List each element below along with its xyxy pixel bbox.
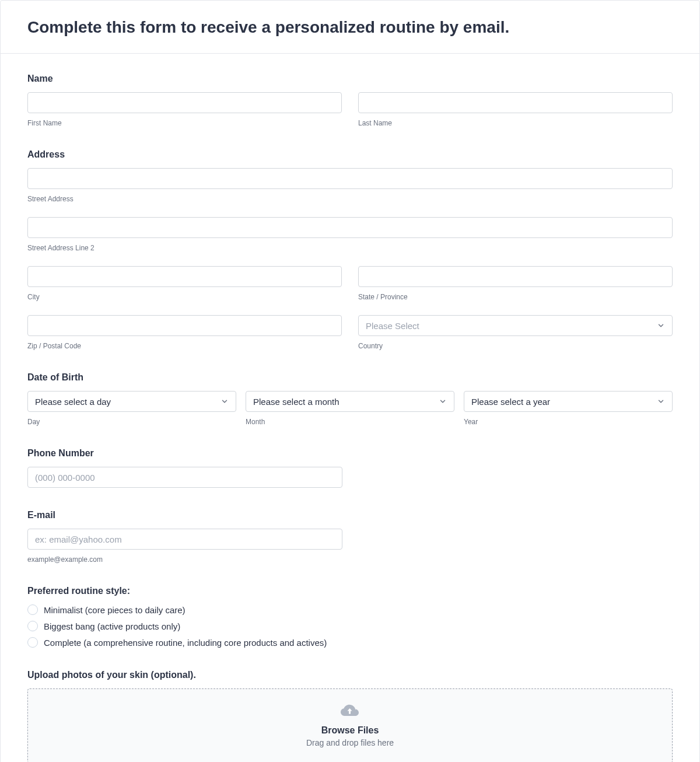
- street-address-sublabel: Street Address: [27, 195, 673, 203]
- dob-month-select[interactable]: Please select a month: [246, 391, 454, 412]
- chevron-down-icon: [657, 321, 665, 330]
- street-address-2-input[interactable]: [27, 217, 673, 238]
- zip-input[interactable]: [27, 315, 342, 336]
- routine-label: Preferred routine style:: [27, 586, 673, 596]
- upload-dragdrop-text: Drag and drop files here: [306, 738, 394, 747]
- radio-icon: [27, 621, 38, 631]
- chevron-down-icon: [220, 397, 229, 406]
- phone-label: Phone Number: [27, 448, 673, 459]
- street-address-input[interactable]: [27, 168, 673, 189]
- first-name-input[interactable]: [27, 92, 342, 113]
- country-select[interactable]: Please Select: [358, 315, 673, 336]
- zip-sublabel: Zip / Postal Code: [27, 342, 342, 350]
- chevron-down-icon: [657, 397, 665, 406]
- dob-label: Date of Birth: [27, 372, 673, 383]
- routine-option-biggest-bang[interactable]: Biggest bang (active products only): [27, 621, 673, 631]
- dob-year-sublabel: Year: [464, 418, 673, 426]
- phone-input[interactable]: [27, 467, 342, 488]
- email-sublabel: example@example.com: [27, 555, 342, 564]
- dob-month-sublabel: Month: [246, 418, 454, 426]
- first-name-sublabel: First Name: [27, 119, 342, 127]
- state-input[interactable]: [358, 266, 673, 287]
- email-label: E-mail: [27, 510, 673, 520]
- state-sublabel: State / Province: [358, 293, 673, 301]
- address-label: Address: [27, 149, 673, 160]
- dob-day-select[interactable]: Please select a day: [27, 391, 236, 412]
- name-label: Name: [27, 74, 673, 84]
- dob-day-placeholder: Please select a day: [35, 397, 111, 407]
- dob-year-placeholder: Please select a year: [471, 397, 550, 407]
- dob-month-placeholder: Please select a month: [253, 397, 340, 407]
- cloud-upload-icon: [341, 703, 359, 719]
- chevron-down-icon: [439, 397, 447, 406]
- street-address-2-sublabel: Street Address Line 2: [27, 244, 673, 252]
- routine-option-label: Biggest bang (active products only): [44, 621, 180, 631]
- email-input[interactable]: [27, 529, 342, 550]
- dob-day-sublabel: Day: [27, 418, 236, 426]
- last-name-sublabel: Last Name: [358, 119, 673, 127]
- last-name-input[interactable]: [358, 92, 673, 113]
- form-header: Complete this form to receive a personal…: [1, 1, 699, 54]
- city-sublabel: City: [27, 293, 342, 301]
- upload-browse-text: Browse Files: [321, 725, 379, 736]
- upload-label: Upload photos of your skin (optional).: [27, 670, 673, 680]
- country-sublabel: Country: [358, 342, 673, 350]
- routine-option-label: Minimalist (core pieces to daily care): [44, 605, 186, 615]
- city-input[interactable]: [27, 266, 342, 287]
- page-title: Complete this form to receive a personal…: [27, 18, 673, 37]
- routine-option-minimalist[interactable]: Minimalist (core pieces to daily care): [27, 604, 673, 615]
- radio-icon: [27, 637, 38, 648]
- radio-icon: [27, 604, 38, 615]
- routine-option-label: Complete (a comprehensive routine, inclu…: [44, 638, 327, 648]
- country-placeholder: Please Select: [366, 321, 419, 331]
- dob-year-select[interactable]: Please select a year: [464, 391, 673, 412]
- file-upload-dropzone[interactable]: Browse Files Drag and drop files here: [27, 688, 673, 762]
- routine-option-complete[interactable]: Complete (a comprehensive routine, inclu…: [27, 637, 673, 648]
